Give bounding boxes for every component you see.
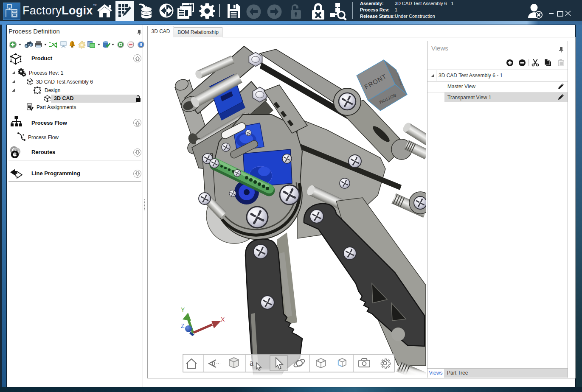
svg-text:Z: Z: [181, 322, 185, 329]
svg-text:Y: Y: [181, 306, 185, 313]
svg-text:X: X: [221, 316, 225, 323]
svg-text:a: a: [250, 358, 254, 368]
